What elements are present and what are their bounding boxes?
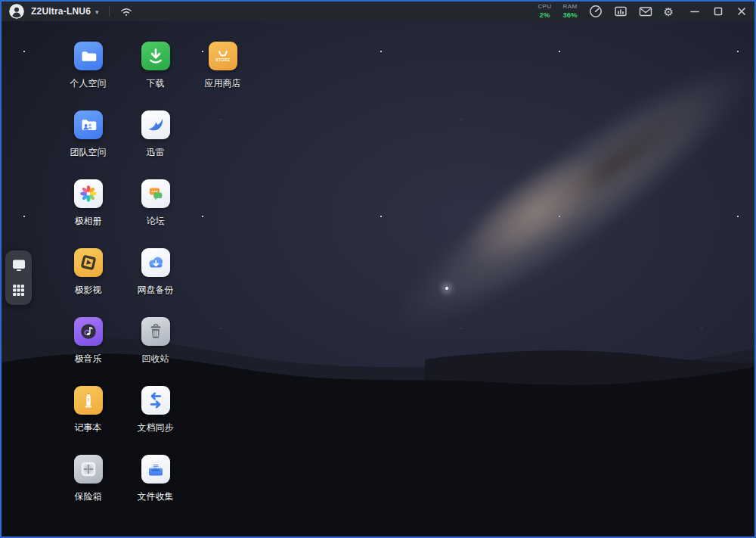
- app-label: 极影视: [75, 284, 102, 297]
- photo-album-icon: [74, 179, 103, 208]
- notepad-icon: [74, 386, 103, 415]
- ram-value: 36%: [563, 11, 578, 19]
- nas-desktop-window: Z2Ultra-LNU6 ▾ CPU 2% RAM 36%: [0, 0, 756, 538]
- titlebar-left: Z2Ultra-LNU6 ▾: [9, 4, 133, 19]
- app-label: 文档同步: [138, 421, 174, 434]
- app-label: 保险箱: [75, 490, 102, 503]
- milky-way-band: [193, 21, 754, 536]
- display-mode-icon[interactable]: [10, 257, 28, 275]
- titlebar: Z2Ultra-LNU6 ▾ CPU 2% RAM 36%: [2, 2, 754, 21]
- app-label: 论坛: [147, 215, 165, 228]
- speedometer-icon[interactable]: [589, 5, 603, 18]
- app-doc-sync[interactable]: 文档同步: [122, 381, 189, 449]
- titlebar-right: CPU 2% RAM 36%: [538, 4, 747, 19]
- app-photo-album[interactable]: 极相册: [54, 174, 122, 243]
- app-download[interactable]: 下载: [122, 36, 189, 105]
- app-forum[interactable]: 论坛: [122, 174, 189, 243]
- app-music[interactable]: 极音乐: [54, 312, 122, 381]
- doc-sync-icon: [141, 386, 170, 415]
- safe-box-icon: [74, 455, 103, 484]
- app-grid-icon[interactable]: [10, 281, 28, 299]
- storage-device-icon[interactable]: [614, 5, 627, 18]
- wifi-icon[interactable]: [119, 5, 133, 18]
- app-label: 应用商店: [205, 77, 241, 90]
- minimize-button[interactable]: [689, 6, 700, 17]
- app-store-icon: STORE: [209, 42, 237, 70]
- app-store[interactable]: STORE 应用商店: [189, 36, 256, 105]
- app-label: 网盘备份: [138, 284, 174, 297]
- app-xunlei[interactable]: 迅雷: [122, 105, 189, 174]
- chevron-down-icon[interactable]: ▾: [95, 8, 99, 16]
- close-button[interactable]: [736, 6, 747, 17]
- app-notepad[interactable]: 记事本: [54, 381, 122, 449]
- app-grid: 个人空间 团队空间: [54, 36, 256, 518]
- milky-way-core: [392, 79, 678, 342]
- desktop-wallpaper: 个人空间 团队空间: [2, 21, 754, 536]
- app-file-collect[interactable]: 文件收集: [122, 449, 189, 518]
- app-video-player[interactable]: 极影视: [54, 243, 122, 312]
- cpu-label: CPU: [538, 4, 551, 10]
- app-label: 极相册: [75, 215, 102, 228]
- app-team-space[interactable]: 团队空间: [54, 105, 122, 174]
- app-label: 回收站: [142, 353, 169, 365]
- personal-space-icon: [74, 42, 103, 70]
- device-name[interactable]: Z2Ultra-LNU6: [31, 6, 91, 17]
- app-label: 文件收集: [138, 490, 174, 503]
- music-icon: [74, 317, 103, 346]
- user-avatar-icon[interactable]: [9, 4, 24, 19]
- mail-icon[interactable]: [639, 5, 652, 18]
- app-label: 极音乐: [75, 353, 102, 365]
- app-recycle-bin[interactable]: 回收站: [122, 312, 189, 381]
- team-space-icon: [74, 110, 103, 139]
- video-player-icon: [74, 248, 103, 277]
- file-collect-icon: [141, 455, 170, 484]
- cpu-value: 2%: [540, 11, 550, 19]
- titlebar-divider: [109, 6, 110, 17]
- app-label: 下载: [147, 77, 165, 90]
- cpu-stat: CPU 2%: [538, 4, 551, 19]
- download-icon: [141, 42, 170, 70]
- ram-label: RAM: [563, 4, 578, 10]
- store-badge-text: STORE: [215, 58, 231, 62]
- milky-way-dust-lane: [428, 21, 754, 338]
- app-label: 迅雷: [147, 146, 165, 159]
- settings-gear-icon[interactable]: ⚙: [664, 6, 674, 17]
- maximize-button[interactable]: [713, 6, 723, 17]
- app-cloud-backup[interactable]: 网盘备份: [122, 243, 189, 312]
- app-label: 团队空间: [70, 146, 107, 159]
- ram-stat: RAM 36%: [563, 4, 578, 19]
- recycle-bin-icon: [141, 317, 170, 346]
- window-controls: [689, 6, 747, 17]
- bright-star: [445, 286, 449, 291]
- side-dock: [5, 250, 32, 305]
- app-safe-box[interactable]: 保险箱: [54, 449, 122, 518]
- app-personal-space[interactable]: 个人空间: [54, 36, 122, 105]
- cloud-backup-icon: [141, 248, 170, 277]
- xunlei-bird-icon: [141, 110, 170, 139]
- forum-chat-icon: [141, 179, 170, 208]
- app-label: 个人空间: [70, 77, 107, 90]
- app-label: 记事本: [75, 421, 102, 434]
